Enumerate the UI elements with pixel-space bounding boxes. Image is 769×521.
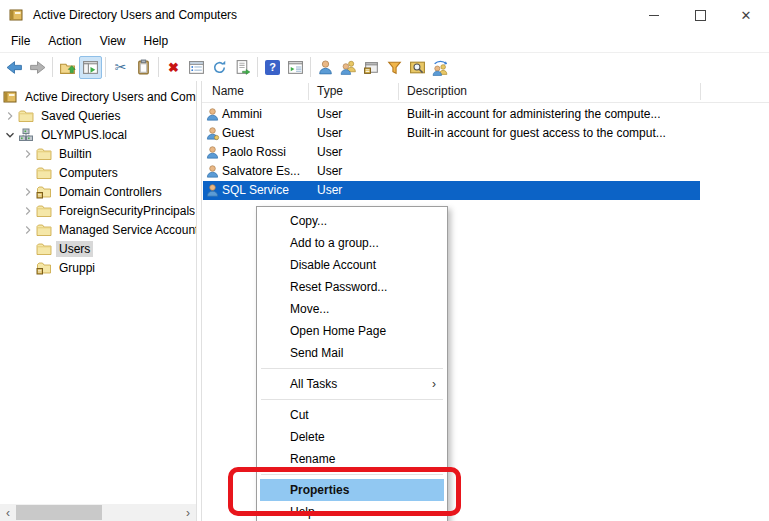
properties-button[interactable] <box>185 56 208 79</box>
menu-separator <box>261 399 443 400</box>
chevron-right-icon[interactable] <box>20 146 36 162</box>
horizontal-scrollbar[interactable]: ‹ › <box>0 504 196 521</box>
menu-item-add-to-group[interactable]: Add to a group... <box>257 232 447 254</box>
export-list-button[interactable] <box>231 56 254 79</box>
chevron-right-icon[interactable] <box>20 184 36 200</box>
minimize-button[interactable] <box>631 0 677 30</box>
forward-arrow-icon <box>29 59 46 76</box>
list-row-paolo-rossi[interactable]: Paolo Rossi User <box>202 143 769 162</box>
row-type: User <box>317 164 342 178</box>
tree-item-domain-controllers[interactable]: Domain Controllers <box>0 182 196 201</box>
new-group-button[interactable] <box>337 56 360 79</box>
menu-separator <box>261 368 443 369</box>
find-button[interactable] <box>406 56 429 79</box>
menu-item-move[interactable]: Move... <box>257 298 447 320</box>
chevron-right-icon[interactable] <box>20 203 36 219</box>
delete-button[interactable]: ✖ <box>162 56 185 79</box>
tree-item-olympus-local[interactable]: OLYMPUS.local <box>0 125 196 144</box>
delegate-control-icon <box>432 59 449 76</box>
delegate-control-button[interactable] <box>429 56 452 79</box>
row-name: Salvatore Es... <box>222 164 300 178</box>
row-type: User <box>317 145 342 159</box>
show-console-tree-button[interactable] <box>79 56 102 79</box>
menu-item-properties[interactable]: Properties <box>260 479 444 501</box>
menu-item-reset-password[interactable]: Reset Password... <box>257 276 447 298</box>
tree-item-saved-queries[interactable]: Saved Queries <box>0 106 196 125</box>
help-button[interactable]: ? <box>261 56 284 79</box>
console-tree-panel: Active Directory Users and Computers Sav… <box>0 81 197 521</box>
menu-view[interactable]: View <box>91 32 135 50</box>
column-divider[interactable] <box>700 83 701 100</box>
menu-item-all-tasks[interactable]: All Tasks › <box>257 373 447 395</box>
toolbar: ✂ ✖ ? <box>0 52 769 82</box>
window-controls: ✕ <box>631 0 769 30</box>
column-header-description[interactable]: Description <box>407 84 467 98</box>
row-name: Paolo Rossi <box>222 145 286 159</box>
close-button[interactable]: ✕ <box>723 0 769 30</box>
tree-item-builtin[interactable]: Builtin <box>0 144 196 163</box>
menu-item-send-mail[interactable]: Send Mail <box>257 342 447 364</box>
menu-item-cut[interactable]: Cut <box>257 404 447 426</box>
show-window-button[interactable] <box>284 56 307 79</box>
menu-item-open-home-page[interactable]: Open Home Page <box>257 320 447 342</box>
tree-item-users[interactable]: Users <box>0 239 196 258</box>
list-row-salvatore[interactable]: Salvatore Es... User <box>202 162 769 181</box>
new-user-icon <box>317 59 334 76</box>
chevron-right-icon[interactable] <box>2 108 18 124</box>
forward-button[interactable] <box>26 56 49 79</box>
menu-item-help[interactable]: Help <box>257 501 447 521</box>
scrollbar-thumb[interactable] <box>16 505 102 520</box>
console-icon <box>2 89 18 105</box>
back-button[interactable] <box>3 56 26 79</box>
tree-item-label: Users <box>56 241 93 257</box>
menu-item-rename[interactable]: Rename <box>257 448 447 470</box>
list-row-sql-service[interactable]: SQL Service User <box>202 181 769 200</box>
user-icon <box>205 183 220 198</box>
back-arrow-icon <box>6 59 23 76</box>
menu-action[interactable]: Action <box>39 32 90 50</box>
menu-help[interactable]: Help <box>135 32 178 50</box>
window-title: Active Directory Users and Computers <box>33 8 237 22</box>
folder-icon <box>36 203 52 219</box>
column-header-name[interactable]: Name <box>212 84 244 98</box>
menu-item-copy[interactable]: Copy... <box>257 210 447 232</box>
chevron-down-icon[interactable] <box>2 127 18 143</box>
new-user-button[interactable] <box>314 56 337 79</box>
cut-button[interactable]: ✂ <box>109 56 132 79</box>
list-header: Name Type Description <box>202 81 769 103</box>
tree-item-root[interactable]: Active Directory Users and Computers <box>0 87 196 106</box>
tree-item-managed-service-accounts[interactable]: Managed Service Accounts <box>0 220 196 239</box>
chevron-right-icon[interactable] <box>20 222 36 238</box>
menu-file[interactable]: File <box>2 32 39 50</box>
tree-item-foreign-security-principals[interactable]: ForeignSecurityPrincipals <box>0 201 196 220</box>
column-divider[interactable] <box>398 83 399 100</box>
list-row-guest[interactable]: Guest User Built-in account for guest ac… <box>202 124 769 143</box>
tree-item-label: Saved Queries <box>38 108 123 124</box>
app-icon <box>8 7 24 23</box>
column-divider[interactable] <box>308 83 309 100</box>
filter-button[interactable] <box>383 56 406 79</box>
find-icon <box>409 59 426 76</box>
menu-item-disable-account[interactable]: Disable Account <box>257 254 447 276</box>
list-row-ammini[interactable]: Ammini User Built-in account for adminis… <box>202 105 769 124</box>
menu-item-delete[interactable]: Delete <box>257 426 447 448</box>
tree-item-gruppi[interactable]: Gruppi <box>0 258 196 277</box>
toolbar-separator <box>105 57 106 77</box>
tree-item-label: Domain Controllers <box>56 184 165 200</box>
submenu-arrow-icon: › <box>432 373 436 395</box>
column-header-type[interactable]: Type <box>317 84 343 98</box>
tree-item-computers[interactable]: Computers <box>0 163 196 182</box>
aduc-window: Active Directory Users and Computers ✕ F… <box>0 0 769 521</box>
row-name: SQL Service <box>222 183 289 197</box>
up-one-level-button[interactable] <box>56 56 79 79</box>
scissors-icon: ✂ <box>115 59 127 75</box>
expander-placeholder <box>20 241 36 257</box>
tree-item-label: Gruppi <box>56 260 98 276</box>
paste-button[interactable] <box>132 56 155 79</box>
tree-item-label: Computers <box>56 165 121 181</box>
scroll-left-arrow-icon[interactable]: ‹ <box>0 504 16 521</box>
new-ou-button[interactable] <box>360 56 383 79</box>
scroll-right-arrow-icon[interactable]: › <box>180 504 196 521</box>
refresh-button[interactable] <box>208 56 231 79</box>
maximize-button[interactable] <box>677 0 723 30</box>
